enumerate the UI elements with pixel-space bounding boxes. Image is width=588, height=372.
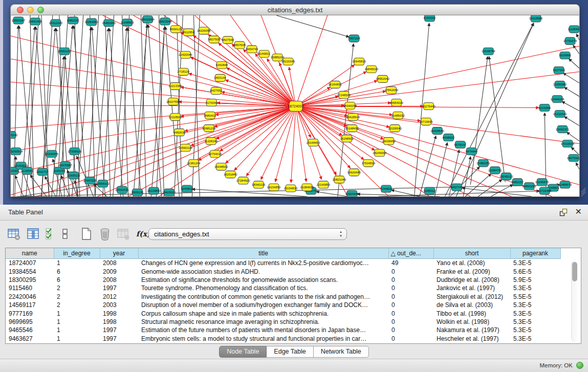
graph-node[interactable]: 10553287 (12, 17, 26, 24)
table-row[interactable]: 1872400712008Changes of HCN gene express… (6, 259, 560, 268)
graph-node[interactable]: 16584020 (389, 99, 403, 106)
graph-node[interactable]: 20158340 (388, 125, 402, 132)
graph-node[interactable]: 15692371 (556, 126, 570, 133)
float-panel-icon[interactable] (559, 208, 568, 216)
graph-node[interactable]: 19234850 (267, 184, 281, 191)
delete-column-icon[interactable] (98, 227, 112, 240)
graph-node[interactable]: 14850293 (522, 183, 536, 190)
graph-node[interactable]: 2803144 (214, 74, 227, 81)
table-select-dropdown[interactable]: citations_edges.txt ▲▼ (148, 228, 347, 240)
graph-node[interactable]: 19428503 (346, 114, 360, 121)
graph-node[interactable]: 8938923 (443, 134, 455, 141)
graph-node[interactable]: 10590120 (179, 144, 192, 151)
graph-node[interactable]: 9827548 (222, 36, 234, 43)
graph-node[interactable]: 12118509 (168, 114, 182, 121)
graph-node[interactable]: 12489570 (558, 181, 572, 188)
graph-node[interactable]: 19350240 (11, 132, 18, 139)
graph-node[interactable]: 25260504 (11, 148, 23, 155)
graph-node[interactable]: 9227342 (553, 67, 565, 74)
table-mode-icon[interactable] (7, 227, 20, 240)
graph-node[interactable]: 18107550 (166, 98, 180, 105)
graph-node[interactable]: 18724007 (288, 101, 303, 111)
graph-node[interactable]: 7957224 (348, 35, 360, 42)
graph-node[interactable]: 9482015 (67, 17, 79, 24)
graph-node[interactable]: 21084935 (300, 184, 314, 191)
window-titlebar[interactable]: citations_edges.txt (10, 4, 580, 15)
graph-node[interactable]: 15124850 (147, 187, 161, 194)
graph-node[interactable]: 18340215 (252, 181, 266, 188)
graph-node[interactable]: 2942737 (36, 168, 49, 176)
graph-node[interactable]: 11248503 (120, 19, 134, 26)
graph-node[interactable]: 8912954 (183, 29, 195, 36)
graph-node[interactable]: 21485032 (391, 112, 405, 119)
graph-node[interactable]: 16164831 (329, 81, 342, 88)
graph-node[interactable]: 10284751 (488, 167, 502, 174)
graph-node[interactable]: 17359926 (68, 148, 81, 155)
graph-node[interactable]: 16482051 (476, 160, 490, 167)
network-canvas[interactable]: 1055328720691406183120439482015102849501… (10, 15, 580, 197)
graph-node[interactable]: 17016504 (561, 140, 575, 147)
column-header-year[interactable]: year (100, 248, 138, 259)
graph-node[interactable]: 12093582 (553, 81, 567, 88)
graph-node[interactable]: 9457741 (451, 184, 463, 191)
column-header-title[interactable]: title (138, 248, 388, 259)
table-row[interactable]: 2242004622012Investigating the contribut… (6, 293, 560, 301)
graph-node[interactable]: 8660123 (170, 26, 182, 33)
graph-node[interactable]: 12923465 (345, 190, 359, 196)
tab-edge-table[interactable]: Edge Table (267, 346, 313, 358)
graph-node[interactable]: 19218586 (529, 15, 543, 22)
graph-node[interactable]: 18425021 (162, 189, 176, 196)
graph-node[interactable]: 12905115 (67, 172, 81, 179)
graph-node[interactable]: 9505135 (132, 189, 144, 196)
graph-node[interactable]: 15048502 (214, 163, 228, 170)
graph-node[interactable]: 8193042 (424, 15, 436, 21)
graph-node[interactable]: 18340258 (343, 102, 357, 109)
graph-node[interactable]: 17842050 (384, 86, 398, 94)
graph-node[interactable]: 17957255 (83, 177, 97, 184)
graph-node[interactable]: 20945820 (352, 58, 366, 65)
graph-node[interactable]: 18410284 (141, 16, 155, 23)
graph-node[interactable]: 16482950 (102, 19, 116, 27)
graph-node[interactable]: 8215958 (538, 104, 551, 111)
graph-node[interactable]: 15148453 (307, 139, 320, 146)
graph-node[interactable]: 16648784 (482, 48, 495, 55)
graph-node[interactable]: 9474444 (466, 148, 478, 155)
graph-node[interactable]: 18312043 (49, 19, 63, 27)
graph-node[interactable]: 18220345 (281, 58, 295, 65)
graph-node[interactable]: 20154830 (284, 185, 298, 192)
graph-node[interactable]: 9146821 (258, 50, 270, 57)
graph-node[interactable]: 16245870 (535, 179, 549, 186)
graph-node[interactable]: 16251840 (224, 171, 237, 178)
graph-node[interactable]: 16409540 (430, 127, 444, 135)
graph-node[interactable]: 22420046 (179, 51, 192, 58)
table-row[interactable]: 1938455462009Genome-wide association stu… (6, 267, 560, 275)
graph-node[interactable]: 17504829 (361, 160, 375, 167)
network-view-window[interactable]: citations_edges.txt 10553287206914061831… (10, 4, 580, 197)
table-row[interactable]: 946362711997Embryonic stem cells: a mode… (6, 335, 560, 343)
graph-node[interactable]: 1215681 (21, 167, 33, 174)
table-row[interactable]: 911546021997Tourette syndrome. Phenomeno… (6, 284, 560, 292)
column-header-in_degree[interactable]: in_degree (54, 248, 100, 259)
graph-node[interactable]: 16248501 (340, 135, 354, 142)
table-row[interactable]: 1830029562008Estimation of significance … (6, 276, 560, 284)
function-builder-icon[interactable]: f(x) (136, 227, 149, 240)
graph-node[interactable]: 13716485 (538, 187, 552, 194)
graph-node[interactable]: 9680412 (204, 112, 216, 119)
graph-node[interactable]: 16920485 (347, 169, 361, 176)
table-scrollbar[interactable] (571, 260, 578, 342)
graph-node[interactable]: 2718120 (178, 68, 190, 75)
graph-node[interactable]: 9242848 (216, 61, 228, 69)
new-column-icon[interactable] (80, 227, 93, 240)
graph-node[interactable]: 19845020 (364, 65, 378, 73)
graph-node[interactable]: 12754010 (208, 150, 222, 158)
graph-node[interactable]: 10981206 (202, 125, 216, 132)
graph-node[interactable]: 18245093 (373, 149, 386, 157)
graph-node[interactable]: 10958102 (96, 180, 110, 187)
graph-node[interactable]: 9245012 (424, 187, 436, 194)
graph-node[interactable]: 15148450 (345, 125, 359, 132)
column-header-short[interactable]: short (433, 248, 510, 259)
graph-node[interactable]: 2867608 (234, 41, 246, 49)
graph-node[interactable]: 9329966 (559, 52, 571, 59)
graph-node[interactable]: 7244820 (380, 185, 393, 192)
tab-node-table[interactable]: Node Table (219, 346, 267, 358)
